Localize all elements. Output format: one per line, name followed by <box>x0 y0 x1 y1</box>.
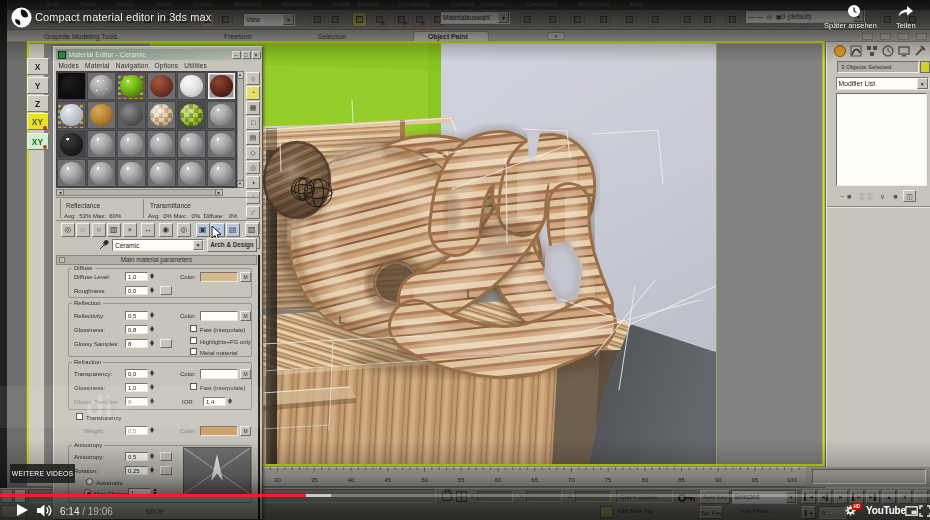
svg-text:75: 75 <box>605 477 612 483</box>
svg-text:80: 80 <box>642 477 649 483</box>
svg-text:65: 65 <box>531 477 538 483</box>
svg-text:35: 35 <box>311 477 318 483</box>
svg-text:45: 45 <box>384 477 391 483</box>
svg-text:100: 100 <box>787 477 798 483</box>
svg-text:85: 85 <box>678 477 685 483</box>
svg-text:40: 40 <box>348 477 355 483</box>
svg-text:50: 50 <box>421 477 428 483</box>
svg-text:95: 95 <box>752 477 759 483</box>
svg-text:70: 70 <box>568 477 575 483</box>
svg-text:90: 90 <box>715 477 722 483</box>
svg-text:55: 55 <box>458 477 465 483</box>
svg-text:30: 30 <box>274 477 281 483</box>
svg-text:60: 60 <box>495 477 502 483</box>
